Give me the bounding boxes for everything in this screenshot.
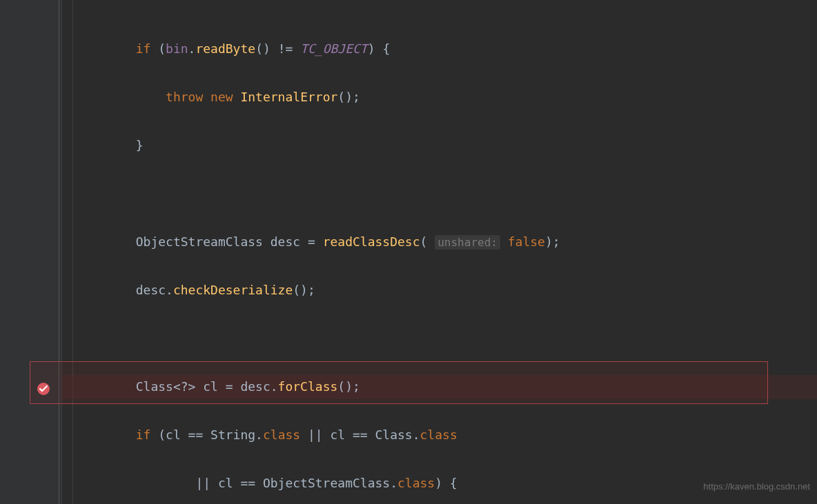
keyword: class	[397, 476, 435, 490]
keyword: false	[508, 234, 545, 249]
parameter-hint: unshared:	[435, 235, 500, 250]
keyword: if	[136, 427, 151, 442]
code-line[interactable]: if (cl == String.class || cl == Class.cl…	[69, 423, 817, 447]
code-line[interactable]	[69, 326, 817, 350]
constant: TC_OBJECT	[300, 41, 368, 56]
code-line[interactable]: || cl == ObjectStreamClass.class) {	[69, 471, 817, 495]
method: readByte	[195, 41, 255, 56]
method: InternalError	[240, 90, 337, 104]
method: checkDeserialize	[173, 283, 293, 297]
code-line[interactable]: if (bin.readByte() != TC_OBJECT) {	[69, 37, 817, 61]
field: bin	[166, 41, 188, 56]
fold-line	[59, 0, 59, 504]
method: forClass	[278, 379, 338, 394]
method: readClassDesc	[323, 234, 420, 249]
keyword: throw	[166, 90, 203, 104]
keyword: if	[136, 41, 151, 56]
code-editor[interactable]: if (bin.readByte() != TC_OBJECT) { throw…	[69, 0, 817, 504]
code-line[interactable]	[69, 181, 817, 205]
code-line[interactable]: throw new InternalError();	[69, 85, 817, 109]
code-line[interactable]: ObjectStreamClass desc = readClassDesc( …	[69, 230, 817, 254]
keyword: new	[210, 90, 233, 104]
code-line[interactable]: desc.checkDeserialize();	[69, 278, 817, 302]
code-line[interactable]: }	[69, 133, 817, 157]
code-line[interactable]: Class<?> cl = desc.forClass();	[69, 374, 817, 399]
keyword: class	[263, 427, 300, 442]
keyword: class	[420, 427, 457, 442]
gutter	[0, 0, 62, 504]
breakpoint-icon[interactable]	[37, 379, 50, 393]
